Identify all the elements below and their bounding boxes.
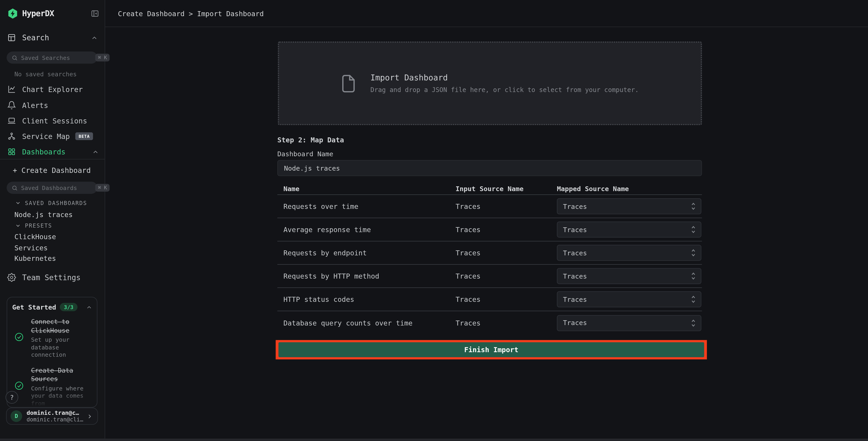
hyperdx-logo-icon bbox=[7, 7, 19, 19]
breadcrumb: Create Dashboard > Import Dashboard bbox=[118, 9, 264, 17]
get-started-header[interactable]: Get Started 3/3 bbox=[7, 297, 97, 312]
sidebar-item-clickhouse[interactable]: ClickHouse bbox=[14, 233, 56, 241]
sidebar-item-dashboards[interactable]: Dashboards bbox=[7, 145, 99, 158]
select-chevrons-icon bbox=[690, 295, 696, 303]
saved-searches-input[interactable] bbox=[21, 54, 95, 61]
annotation-highlight-box: Finish Import bbox=[276, 340, 707, 359]
checklist-item-sources: Create Data Sources Configure where your… bbox=[11, 366, 94, 407]
saved-searches-search[interactable]: ⌘ K bbox=[7, 52, 97, 63]
search-icon bbox=[11, 185, 18, 191]
finish-import-button[interactable]: Finish Import bbox=[278, 342, 704, 357]
shortcut-kbd: ⌘ K bbox=[95, 54, 110, 61]
check-circle-icon bbox=[14, 332, 24, 358]
select-chevrons-icon bbox=[690, 249, 696, 257]
sidebar-item-nodejs-traces[interactable]: Node.js traces bbox=[14, 210, 73, 219]
mapped-source-select[interactable]: Traces bbox=[557, 315, 702, 331]
avatar: D bbox=[10, 410, 22, 422]
search-section-label: Search bbox=[22, 33, 49, 42]
create-dashboard-button[interactable]: + Create Dashboard bbox=[13, 166, 91, 174]
sidebar-item-services[interactable]: Services bbox=[14, 244, 48, 252]
user-name: dominic.tran@c… bbox=[27, 409, 87, 416]
saved-dashboards-input[interactable] bbox=[21, 184, 95, 191]
sidebar-item-team-settings[interactable]: Team Settings bbox=[7, 271, 99, 284]
table-row: Requests over time Traces Traces bbox=[277, 195, 702, 218]
select-chevrons-icon bbox=[690, 202, 696, 210]
user-menu[interactable]: D dominic.tran@c… dominic.tran@cli… bbox=[6, 408, 98, 424]
table-row: HTTP status codes Traces Traces bbox=[277, 288, 702, 311]
import-dropzone[interactable]: Import Dashboard Drag and drop a JSON fi… bbox=[278, 41, 702, 125]
app-title: HyperDX bbox=[22, 9, 54, 18]
chevron-right-icon bbox=[86, 413, 93, 419]
chevron-down-icon bbox=[15, 200, 21, 206]
table-row: Requests by endpoint Traces Traces bbox=[277, 241, 702, 265]
file-icon bbox=[341, 74, 356, 93]
chevron-down-icon bbox=[15, 223, 21, 229]
chart-explorer-icon bbox=[7, 85, 17, 94]
mapped-source-select[interactable]: Traces bbox=[557, 268, 702, 284]
dropzone-title: Import Dashboard bbox=[370, 73, 639, 82]
sidebar-section-search[interactable]: Search bbox=[7, 32, 98, 44]
sidebar-item-alerts[interactable]: Alerts bbox=[7, 99, 99, 112]
topbar: Create Dashboard > Import Dashboard bbox=[105, 0, 868, 27]
mapped-source-select[interactable]: Traces bbox=[557, 198, 702, 214]
gear-icon bbox=[7, 273, 17, 282]
sidebar-item-kubernetes[interactable]: Kubernetes bbox=[14, 254, 56, 262]
select-chevrons-icon bbox=[690, 319, 696, 327]
sidebar-divider bbox=[0, 159, 104, 159]
dashboard-name-input[interactable] bbox=[277, 160, 702, 176]
help-button[interactable]: ? bbox=[5, 391, 18, 404]
dashboards-icon bbox=[7, 147, 17, 156]
sidebar-item-client-sessions[interactable]: Client Sessions bbox=[7, 114, 99, 127]
select-chevrons-icon bbox=[690, 272, 696, 280]
table-header-row: Name Input Source Name Mapped Source Nam… bbox=[277, 183, 702, 195]
table-row: Average response time Traces Traces bbox=[277, 218, 702, 241]
mapped-source-select[interactable]: Traces bbox=[557, 291, 702, 307]
dropzone-subtitle: Drag and drop a JSON file here, or click… bbox=[370, 86, 639, 94]
saved-dashboards-search[interactable]: ⌘ K bbox=[7, 181, 97, 194]
progress-badge: 3/3 bbox=[60, 303, 78, 311]
shortcut-kbd: ⌘ K bbox=[95, 184, 110, 192]
search-section-icon bbox=[7, 33, 16, 42]
sidebar: HyperDX Search ⌘ K bbox=[0, 0, 105, 441]
collapse-sidebar-icon[interactable] bbox=[91, 9, 99, 17]
step-heading: Step 2: Map Data bbox=[277, 136, 344, 144]
mapped-source-select[interactable]: Traces bbox=[557, 245, 702, 261]
search-icon bbox=[11, 54, 18, 61]
horizontal-scrollbar[interactable] bbox=[0, 439, 868, 441]
select-chevrons-icon bbox=[690, 225, 696, 234]
question-mark-icon: ? bbox=[10, 393, 14, 401]
user-email: dominic.tran@cli… bbox=[27, 416, 87, 423]
dashboard-name-label: Dashboard Name bbox=[277, 150, 333, 158]
beta-badge: BETA bbox=[75, 133, 93, 140]
laptop-icon bbox=[7, 116, 17, 125]
sidebar-item-chart-explorer[interactable]: Chart Explorer bbox=[7, 83, 99, 96]
service-map-icon bbox=[7, 132, 17, 141]
no-saved-searches-text: No saved searches bbox=[14, 71, 77, 78]
logo-row: HyperDX bbox=[7, 7, 99, 19]
checklist-item-connect: Connect to ClickHouse Set up your databa… bbox=[11, 318, 94, 358]
chevron-up-icon bbox=[91, 34, 98, 41]
bell-icon bbox=[7, 101, 17, 110]
chevron-up-icon bbox=[92, 148, 99, 155]
get-started-panel: Get Started 3/3 Connect to ClickHouse Se… bbox=[7, 297, 97, 408]
sidebar-item-service-map[interactable]: Service Map BETA bbox=[7, 129, 99, 143]
presets-group-header[interactable]: PRESETS bbox=[15, 223, 52, 229]
table-row: Database query counts over time Traces T… bbox=[277, 311, 702, 334]
table-row: Requests by HTTP method Traces Traces bbox=[277, 265, 702, 288]
app-window: HyperDX Search ⌘ K bbox=[0, 0, 868, 441]
mapping-table: Name Input Source Name Mapped Source Nam… bbox=[277, 183, 702, 334]
saved-dashboards-group-header[interactable]: SAVED DASHBOARDS bbox=[15, 200, 87, 206]
chevron-up-icon bbox=[86, 304, 92, 310]
mapped-source-select[interactable]: Traces bbox=[557, 222, 702, 238]
